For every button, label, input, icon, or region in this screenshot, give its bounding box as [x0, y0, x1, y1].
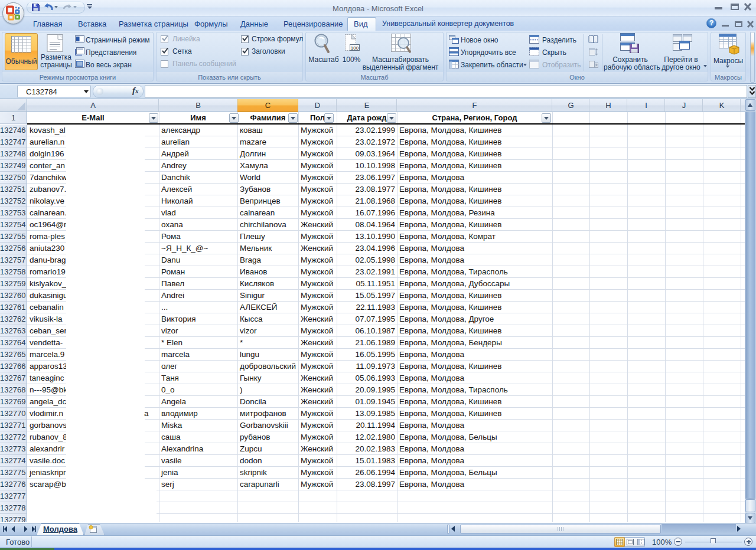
- svg-text:100: 100: [351, 45, 359, 51]
